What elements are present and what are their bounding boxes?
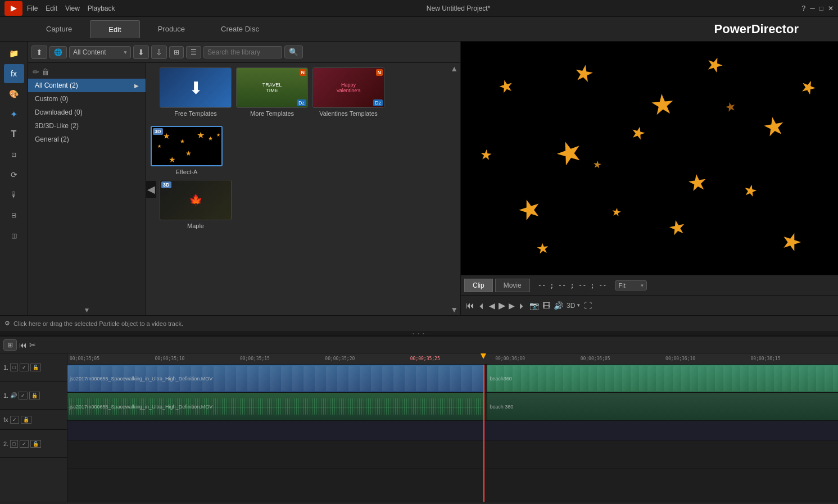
- play-btn[interactable]: ▶: [499, 300, 505, 311]
- forward-btn[interactable]: ▶: [509, 301, 515, 310]
- track-2-toggle[interactable]: □: [10, 440, 17, 448]
- search-input[interactable]: [203, 46, 282, 58]
- filmstrip-btn[interactable]: 🎞: [542, 301, 550, 310]
- cat-item-downloaded[interactable]: Downloaded (0): [28, 106, 146, 119]
- preview-panel: ★ ★ ★ ★ ★ ★ ★ ★ ★ ★ ★ ★ ★ ★ ★ ★ ★ ★: [461, 42, 838, 315]
- timeline-undo-btn[interactable]: ⏮: [19, 340, 27, 349]
- template-maple[interactable]: 🍁 3D Maple: [160, 180, 232, 229]
- track-1-toggle[interactable]: □: [10, 364, 17, 371]
- export-btn[interactable]: ⬇: [133, 46, 149, 59]
- tool-chapter[interactable]: ◫: [4, 226, 24, 245]
- fx-lock[interactable]: 🔓: [21, 416, 31, 424]
- status-text: Click here or drag the selected Particle…: [13, 320, 183, 327]
- timeline-snap-btn[interactable]: ⊞: [3, 339, 17, 351]
- fx-mute[interactable]: ✓: [10, 416, 19, 424]
- maximize-btn[interactable]: □: [819, 4, 823, 12]
- clip-beach-video[interactable]: beach360: [487, 365, 838, 392]
- template-free-templates[interactable]: ⬇ Free Templates: [160, 67, 232, 117]
- menu-view[interactable]: View: [65, 4, 80, 12]
- rewind-btn[interactable]: ⏮: [465, 301, 474, 311]
- maple-label: Maple: [160, 223, 232, 229]
- fit-dropdown-wrap: Fit50%75%100% ▼: [615, 280, 647, 290]
- track-1-mute[interactable]: ✓: [20, 364, 29, 371]
- preview-tabs-bar: Clip Movie -- ; -- ; -- ; -- Fit50%75%10…: [461, 275, 838, 295]
- import-btn[interactable]: ⬆: [31, 46, 47, 59]
- movie-tab[interactable]: Movie: [495, 279, 530, 292]
- audio-track-1: jsc2017m000655_Spacewalking_in_Ultra_Hig…: [67, 393, 838, 421]
- tool-fx[interactable]: fx: [4, 64, 24, 83]
- tab-create-disc[interactable]: Create Disc: [203, 20, 277, 38]
- clip-beach-audio[interactable]: beach 360 ●: [487, 393, 838, 420]
- content-filter-dropdown[interactable]: All Content Video Photo Audio: [69, 46, 131, 58]
- track-1a-lock[interactable]: 🔓: [29, 392, 40, 399]
- fx-track[interactable]: [67, 421, 838, 441]
- download-btn[interactable]: ⇩: [151, 46, 167, 59]
- menu-file[interactable]: File: [27, 4, 38, 12]
- tab-edit[interactable]: Edit: [90, 20, 139, 38]
- tool-sidebar: 📁 fx 🎨 ✦ T ⊡ ⟳ 🎙 ⊟ ◫: [0, 42, 28, 315]
- resize-handle[interactable]: • • •: [0, 331, 838, 335]
- tool-subtitle[interactable]: ⊟: [4, 206, 24, 225]
- track-1a-mute[interactable]: ✓: [19, 392, 28, 399]
- preview-screen: ★ ★ ★ ★ ★ ★ ★ ★ ★ ★ ★ ★ ★ ★ ★ ★ ★ ★: [461, 42, 838, 275]
- clip-spacewalking-audio[interactable]: jsc2017m000655_Spacewalking_in_Ultra_Hig…: [67, 393, 483, 420]
- content-area: ✏ 🗑 All Content (2) ▶ Custom (0) Downloa…: [28, 63, 460, 315]
- back-btn[interactable]: ◀: [489, 301, 495, 310]
- timeline: ⊞ ⏮ ✂ 1. □ ✓ 🔓 1. 🔊 ✓ 🔓 fx: [0, 335, 838, 504]
- search-btn[interactable]: 🔍: [284, 46, 303, 58]
- fit-dropdown[interactable]: Fit50%75%100%: [615, 280, 647, 290]
- track-2-mute[interactable]: ✓: [20, 440, 29, 448]
- tool-pip[interactable]: ⊡: [4, 145, 24, 164]
- more-templates-thumb: TRAVELTIME N Dz: [236, 67, 308, 108]
- status-bar: ⚙ Click here or drag the selected Partic…: [0, 315, 838, 331]
- tab-produce[interactable]: Produce: [140, 20, 203, 38]
- cat-scroll-down[interactable]: ▼: [28, 305, 146, 315]
- delete-icon[interactable]: 🗑: [42, 67, 49, 76]
- tool-audio[interactable]: 🎙: [4, 185, 24, 205]
- tool-color[interactable]: 🎨: [4, 84, 24, 103]
- menu-edit[interactable]: Edit: [46, 4, 57, 12]
- track-2-lock[interactable]: 🔓: [30, 440, 41, 448]
- grid-scroll-down[interactable]: ▼: [450, 305, 458, 314]
- help-btn[interactable]: ?: [802, 4, 806, 12]
- clip-spacewalking-video[interactable]: jsc2017m000655_Spacewalking_in_Ultra_Hig…: [67, 365, 483, 392]
- tab-capture[interactable]: Capture: [28, 20, 90, 38]
- grid-nav-left[interactable]: ◀: [146, 181, 156, 198]
- close-btn[interactable]: ✕: [828, 4, 834, 12]
- template-effect-a[interactable]: ★ ★ ★ ★ ★ ★ ★ ★ 3D Effect-A: [151, 126, 223, 175]
- web-import-btn[interactable]: 🌐: [49, 46, 67, 58]
- step-forward-btn[interactable]: ⏵: [518, 301, 526, 310]
- clip-tab[interactable]: Clip: [464, 279, 493, 292]
- track-1-lock[interactable]: 🔓: [30, 364, 41, 371]
- more-badge-n: N: [300, 69, 307, 76]
- tool-particles[interactable]: ✦: [4, 105, 24, 124]
- tool-motion[interactable]: ⟳: [4, 165, 24, 184]
- 3d-mode-btn[interactable]: 3D ▼: [567, 302, 581, 310]
- minimize-btn[interactable]: ─: [810, 4, 815, 12]
- list-view-btn[interactable]: ☰: [186, 46, 201, 58]
- cat-item-custom[interactable]: Custom (0): [28, 92, 146, 106]
- cat-item-all-content[interactable]: All Content (2) ▶: [28, 79, 146, 92]
- track-2-label: 2. □ ✓ 🔓: [0, 430, 67, 458]
- template-valentines[interactable]: HappyValentine's N Dz Valentines Templat…: [312, 67, 384, 117]
- timeline-split-btn[interactable]: ✂: [29, 340, 36, 349]
- cat-arrow: ▶: [134, 83, 139, 89]
- cat-item-3d[interactable]: 3D/3D-Like (2): [28, 119, 146, 133]
- valentines-badge-dz: Dz: [373, 99, 383, 106]
- fullscreen-btn[interactable]: ⛶: [584, 301, 592, 310]
- tool-import[interactable]: 📁: [4, 44, 24, 63]
- step-back-btn[interactable]: ⏴: [478, 301, 486, 310]
- template-more-templates[interactable]: TRAVELTIME N Dz More Templates: [236, 67, 308, 117]
- playback-controls: ⏮ ⏴ ◀ ▶ ▶ ⏵ 📷 🎞 🔊 3D ▼ ⛶: [461, 295, 838, 315]
- main-area: 📁 fx 🎨 ✦ T ⊡ ⟳ 🎙 ⊟ ◫ ⬆ 🌐 All Content Vid…: [0, 42, 838, 315]
- edit-icon[interactable]: ✏: [33, 67, 39, 76]
- camera-btn[interactable]: 📷: [529, 301, 539, 310]
- maple-thumb: 🍁 3D: [160, 180, 232, 220]
- volume-btn[interactable]: 🔊: [554, 301, 563, 310]
- tool-text[interactable]: T: [4, 125, 24, 144]
- cat-item-general[interactable]: General (2): [28, 133, 146, 146]
- valentines-label: Valentines Templates: [312, 110, 384, 117]
- menu-playback[interactable]: Playback: [88, 4, 115, 12]
- grid-view-btn[interactable]: ⊞: [169, 46, 184, 58]
- grid-scroll-up[interactable]: ▲: [450, 64, 458, 73]
